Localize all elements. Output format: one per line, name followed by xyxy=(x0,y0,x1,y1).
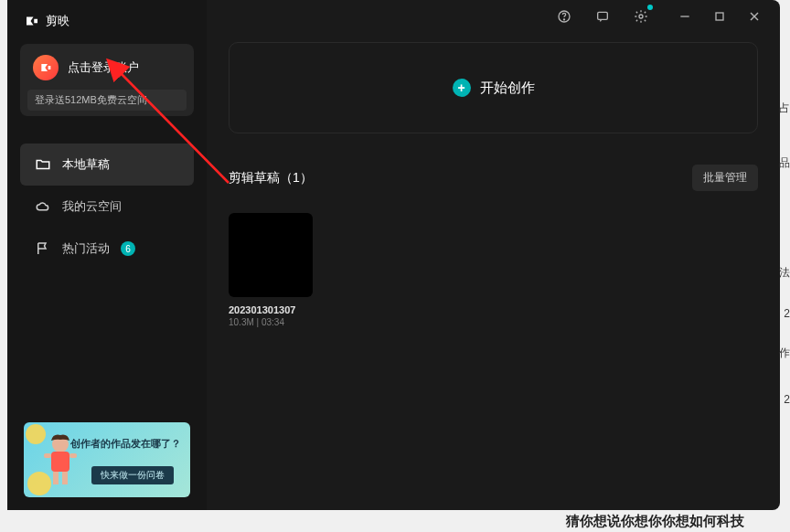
svg-rect-7 xyxy=(69,453,77,458)
app-window: 剪映 点击登录账户 登录送512MB免费云空间 本地草稿 xyxy=(7,0,780,510)
draft-item[interactable]: 202301301307 10.3M | 03:34 xyxy=(229,213,313,327)
nav-list: 本地草稿 我的云空间 热门活动 6 xyxy=(20,144,194,270)
svg-rect-1 xyxy=(48,66,51,69)
svg-point-9 xyxy=(563,19,564,20)
cloud-icon xyxy=(35,198,51,215)
settings-icon[interactable] xyxy=(628,4,654,29)
draft-meta: 10.3M | 03:34 xyxy=(229,317,313,327)
draft-name: 202301301307 xyxy=(229,304,313,315)
svg-rect-6 xyxy=(44,453,51,458)
help-icon[interactable] xyxy=(551,4,577,29)
background-text: 猜你想说你想你你想如何科技 xyxy=(566,513,744,530)
flag-icon xyxy=(35,240,51,257)
app-name: 剪映 xyxy=(46,13,69,29)
logo-icon xyxy=(24,13,40,29)
side-smudge-icon: 品 xyxy=(779,155,790,171)
draft-grid: 202301301307 10.3M | 03:34 xyxy=(207,191,780,349)
sidebar: 剪映 点击登录账户 登录送512MB免费云空间 本地草稿 xyxy=(7,0,207,510)
drafts-count: （1） xyxy=(280,170,313,185)
main-area: + 开始创作 剪辑草稿（1） 批量管理 202301301307 10.3M |… xyxy=(207,0,780,510)
svg-rect-3 xyxy=(51,452,69,472)
create-label: 开始创作 xyxy=(480,80,535,97)
sidebar-item-label: 我的云空间 xyxy=(62,198,122,215)
draft-thumbnail xyxy=(229,213,313,297)
draft-duration: 03:34 xyxy=(262,317,284,327)
window-controls xyxy=(672,4,767,29)
login-top: 点击登录账户 xyxy=(33,55,181,80)
sidebar-item-hot[interactable]: 热门活动 6 xyxy=(20,228,194,270)
login-label: 点击登录账户 xyxy=(68,59,139,76)
svg-rect-4 xyxy=(53,472,59,484)
hot-badge: 6 xyxy=(121,241,135,256)
promo-cta: 快来做一份问卷 xyxy=(91,466,174,484)
login-subtext: 登录送512MB免费云空间 xyxy=(27,90,187,111)
close-icon[interactable] xyxy=(742,4,767,29)
login-avatar-icon xyxy=(33,55,59,80)
side-smudge-icon: 法 xyxy=(779,265,790,281)
sidebar-item-label: 本地草稿 xyxy=(62,156,110,173)
drafts-title-text: 剪辑草稿 xyxy=(229,170,280,185)
plus-icon: + xyxy=(453,79,471,97)
drafts-header: 剪辑草稿（1） 批量管理 xyxy=(229,165,758,191)
drafts-title: 剪辑草稿（1） xyxy=(229,170,313,186)
draft-size: 10.3M xyxy=(229,317,254,327)
message-icon[interactable] xyxy=(590,4,615,29)
maximize-icon[interactable] xyxy=(707,4,732,29)
app-logo: 剪映 xyxy=(20,13,194,29)
minimize-icon[interactable] xyxy=(672,4,698,29)
promo-text: 创作者的作品发在哪了？ xyxy=(70,437,181,451)
batch-manage-button[interactable]: 批量管理 xyxy=(692,165,758,191)
sidebar-item-cloud[interactable]: 我的云空间 xyxy=(20,186,194,228)
svg-rect-13 xyxy=(716,13,723,20)
sidebar-item-label: 热门活动 xyxy=(62,240,110,257)
folder-icon xyxy=(35,156,51,173)
svg-rect-0 xyxy=(34,19,37,24)
svg-rect-5 xyxy=(62,472,68,484)
create-button[interactable]: + 开始创作 xyxy=(229,42,758,133)
login-card[interactable]: 点击登录账户 登录送512MB免费云空间 xyxy=(20,44,194,116)
side-smudge-icon: 2 xyxy=(784,307,790,320)
titlebar xyxy=(207,0,780,33)
side-smudge-icon: 占 xyxy=(779,101,790,116)
side-smudge-icon: 作 xyxy=(779,346,790,361)
promo-card[interactable]: 创作者的作品发在哪了？ 快来做一份问卷 xyxy=(24,422,190,497)
settings-badge-icon xyxy=(647,5,653,10)
svg-point-11 xyxy=(639,15,643,18)
side-smudge-icon: 2 xyxy=(784,393,790,406)
svg-rect-10 xyxy=(598,12,608,19)
sidebar-item-local-drafts[interactable]: 本地草稿 xyxy=(20,144,194,186)
